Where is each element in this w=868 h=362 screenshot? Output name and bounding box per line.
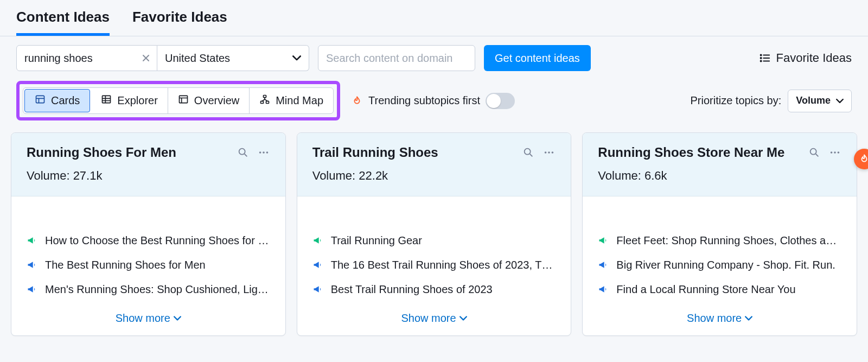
svg-point-28: [266, 151, 268, 154]
show-more-button[interactable]: Show more: [598, 296, 841, 325]
view-row: Cards Explorer Overview Mind Map: [0, 71, 868, 132]
clear-icon[interactable]: [140, 52, 152, 64]
megaphone-icon: [27, 235, 39, 247]
svg-point-6: [760, 60, 761, 61]
card-head: Running Shoes For Men Volume: 27.1k: [11, 133, 285, 196]
svg-point-37: [834, 151, 836, 154]
idea-text: The 16 Best Trail Running Shoes of 2023,…: [331, 259, 553, 271]
svg-point-27: [263, 151, 265, 154]
show-more-button[interactable]: Show more: [312, 296, 556, 325]
more-icon[interactable]: [828, 146, 841, 159]
svg-point-4: [760, 58, 761, 59]
idea-item[interactable]: Trail Running Gear: [312, 234, 556, 247]
idea-item[interactable]: Find a Local Running Store Near You: [598, 283, 841, 296]
trending-switch[interactable]: [486, 93, 515, 109]
topic-card: Running Shoes For Men Volume: 27.1k: [11, 132, 286, 336]
svg-rect-15: [179, 96, 187, 103]
card-title-row: Running Shoes Store Near Me: [598, 145, 841, 160]
show-more-label: Show more: [401, 312, 456, 325]
megaphone-icon: [598, 235, 610, 247]
card-head: Trail Running Shoes Volume: 22.2k: [297, 133, 571, 196]
cards-icon: [35, 94, 46, 107]
svg-point-24: [239, 149, 245, 155]
card-title: Running Shoes For Men: [27, 145, 229, 160]
table-icon: [101, 94, 112, 107]
svg-point-34: [810, 149, 816, 155]
card-volume: Volume: 27.1k: [27, 169, 270, 183]
volume-label: Volume:: [598, 169, 641, 182]
idea-item[interactable]: How to Choose the Best Running Shoes for…: [27, 234, 270, 247]
idea-item[interactable]: Big River Running Company - Shop. Fit. R…: [598, 259, 841, 271]
idea-text: Best Trail Running Shoes of 2023: [331, 283, 493, 296]
view-overview-label: Overview: [194, 94, 239, 107]
tab-content-ideas[interactable]: Content Ideas: [16, 0, 110, 36]
get-content-ideas-button[interactable]: Get content ideas: [484, 45, 591, 71]
tab-favorite-ideas[interactable]: Favorite Ideas: [132, 0, 227, 36]
card-title: Trail Running Shoes: [312, 145, 515, 160]
svg-point-29: [525, 149, 531, 155]
megaphone-icon: [312, 235, 324, 247]
view-switch-highlight: Cards Explorer Overview Mind Map: [16, 81, 340, 120]
prioritize-select[interactable]: Volume: [788, 90, 852, 112]
more-icon[interactable]: [257, 146, 270, 159]
chevron-down-icon: [836, 95, 844, 106]
megaphone-icon: [27, 259, 39, 271]
svg-point-2: [760, 54, 761, 55]
svg-point-38: [838, 151, 840, 154]
card-head: Running Shoes Store Near Me Volume: 6.6k: [583, 133, 857, 196]
volume-value: 27.1k: [73, 169, 103, 182]
idea-item[interactable]: Men's Running Shoes: Shop Cushioned, Lig…: [27, 283, 270, 296]
search-icon[interactable]: [237, 146, 250, 159]
svg-line-30: [530, 154, 533, 157]
topic-card: Running Shoes Store Near Me Volume: 6.6k: [582, 132, 857, 336]
view-explorer[interactable]: Explorer: [91, 88, 168, 113]
view-overview[interactable]: Overview: [168, 88, 250, 113]
idea-item[interactable]: The Best Running Shoes for Men: [27, 259, 270, 271]
view-cards-label: Cards: [51, 94, 80, 107]
mindmap-icon: [259, 94, 270, 107]
view-switch: Cards Explorer Overview Mind Map: [23, 87, 334, 114]
idea-item[interactable]: Best Trail Running Shoes of 2023: [312, 283, 556, 296]
search-icon[interactable]: [522, 146, 535, 159]
volume-label: Volume:: [27, 169, 70, 182]
idea-text: The Best Running Shoes for Men: [45, 259, 206, 271]
prioritize-label: Prioritize topics by:: [690, 94, 781, 107]
cards-row: Running Shoes For Men Volume: 27.1k: [0, 132, 868, 347]
idea-text: Fleet Feet: Shop Running Shoes, Clothes …: [616, 234, 841, 247]
list-icon: [759, 52, 771, 64]
chevron-down-icon: [292, 52, 301, 65]
show-more-button[interactable]: Show more: [27, 296, 270, 325]
volume-label: Volume:: [312, 169, 356, 182]
idea-text: Find a Local Running Store Near You: [616, 283, 795, 296]
toolbar: United States Get content ideas Favorite…: [0, 36, 868, 71]
favorite-ideas-link[interactable]: Favorite Ideas: [759, 51, 852, 65]
card-title-row: Running Shoes For Men: [27, 145, 270, 160]
trending-toggle: Trending subtopics first: [351, 93, 515, 109]
search-icon[interactable]: [808, 146, 821, 159]
topic-card: Trail Running Shoes Volume: 22.2k: [297, 132, 572, 336]
query-input[interactable]: [16, 45, 157, 71]
country-value: United States: [165, 52, 230, 65]
trending-label: Trending subtopics first: [368, 94, 480, 107]
view-cards[interactable]: Cards: [24, 89, 90, 112]
idea-list: Fleet Feet: Shop Running Shoes, Clothes …: [598, 234, 841, 296]
idea-item[interactable]: Fleet Feet: Shop Running Shoes, Clothes …: [598, 234, 841, 247]
svg-rect-18: [264, 96, 266, 98]
primary-tabs: Content Ideas Favorite Ideas: [0, 0, 868, 36]
idea-item[interactable]: The 16 Best Trail Running Shoes of 2023,…: [312, 259, 556, 271]
view-mindmap-label: Mind Map: [276, 94, 323, 107]
flame-icon: [351, 95, 363, 107]
svg-line-25: [244, 154, 247, 157]
megaphone-icon: [598, 259, 610, 271]
domain-search-input[interactable]: [318, 45, 475, 71]
card-volume: Volume: 6.6k: [598, 169, 841, 183]
card-volume: Volume: 22.2k: [312, 169, 556, 183]
idea-text: Trail Running Gear: [331, 234, 422, 247]
favorite-ideas-label: Favorite Ideas: [776, 51, 852, 65]
svg-point-26: [259, 151, 261, 154]
megaphone-icon: [598, 284, 610, 296]
country-select[interactable]: United States: [157, 45, 309, 71]
svg-point-33: [552, 151, 554, 154]
more-icon[interactable]: [542, 146, 556, 159]
view-mindmap[interactable]: Mind Map: [250, 88, 333, 113]
